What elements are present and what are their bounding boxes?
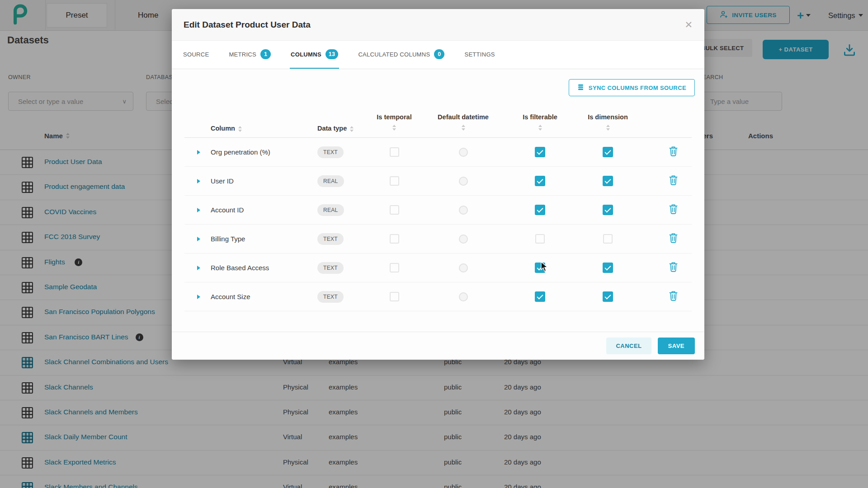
is-filterable-checkbox[interactable]: [535, 205, 545, 215]
is-dimension-checkbox[interactable]: [603, 205, 613, 215]
modal-tab[interactable]: SOURCE: [182, 41, 210, 69]
column-row: Role Based Access TEXT: [184, 253, 692, 282]
modal-header: Edit Dataset Product User Data ✕: [172, 9, 704, 41]
modal-tab[interactable]: COLUMNS 13: [290, 41, 339, 69]
column-row: Org penetration (%) TEXT: [184, 138, 692, 167]
is-filterable-checkbox[interactable]: [535, 263, 545, 273]
modal-title: Edit Dataset Product User Data: [184, 20, 311, 30]
default-datetime-radio[interactable]: [459, 177, 468, 186]
data-type-badge: REAL: [317, 175, 344, 187]
expand-caret-icon[interactable]: [197, 266, 200, 270]
data-type-badge: TEXT: [317, 233, 344, 245]
save-button[interactable]: SAVE: [658, 338, 695, 354]
header-default-datetime: Default datetime: [421, 110, 505, 137]
default-datetime-radio[interactable]: [459, 292, 468, 301]
delete-column-icon[interactable]: [669, 262, 678, 274]
default-datetime-radio[interactable]: [459, 263, 468, 272]
is-dimension-checkbox[interactable]: [603, 147, 613, 157]
sync-columns-button[interactable]: SYNC COLUMNS FROM SOURCE: [569, 79, 695, 96]
is-filterable-checkbox[interactable]: [535, 147, 545, 157]
is-filterable-checkbox[interactable]: [535, 291, 545, 302]
column-name: Account ID: [211, 206, 317, 214]
cancel-button[interactable]: CANCEL: [606, 338, 651, 354]
delete-column-icon[interactable]: [669, 233, 678, 245]
expand-caret-icon[interactable]: [197, 295, 200, 299]
delete-column-icon[interactable]: [669, 204, 678, 216]
header-is-filterable: Is filterable: [505, 110, 575, 137]
tab-badge: 1: [260, 49, 271, 59]
modal-tab[interactable]: SETTINGS: [463, 41, 495, 69]
column-name: Account Size: [211, 293, 317, 300]
data-type-badge: TEXT: [317, 262, 344, 274]
data-type-badge: REAL: [317, 204, 344, 216]
tab-label: CALCULATED COLUMNS: [358, 51, 430, 58]
tab-label: SETTINGS: [464, 51, 495, 58]
header-column: Column: [211, 110, 317, 137]
modal-footer: CANCEL SAVE: [172, 332, 704, 360]
is-temporal-checkbox[interactable]: [390, 176, 399, 186]
is-dimension-checkbox[interactable]: [603, 234, 613, 244]
column-name: Role Based Access: [211, 264, 317, 272]
sort-icon[interactable]: [392, 125, 396, 131]
default-datetime-radio[interactable]: [459, 148, 468, 157]
column-row: User ID REAL: [184, 167, 692, 196]
columns-table-body: Org penetration (%) TEXT User ID REAL: [184, 138, 692, 311]
tab-badge: 13: [326, 49, 339, 59]
tab-label: SOURCE: [183, 51, 209, 58]
sort-icon[interactable]: [350, 126, 354, 132]
is-temporal-checkbox[interactable]: [390, 292, 399, 301]
sort-icon[interactable]: [238, 126, 242, 132]
sort-icon[interactable]: [462, 125, 465, 131]
column-row: Billing Type TEXT: [184, 225, 692, 253]
tab-badge: 0: [434, 49, 444, 59]
delete-column-icon[interactable]: [669, 175, 678, 187]
is-filterable-checkbox[interactable]: [535, 234, 545, 244]
is-dimension-checkbox[interactable]: [603, 263, 613, 273]
delete-column-icon[interactable]: [669, 146, 678, 158]
header-is-temporal: Is temporal: [367, 110, 421, 137]
expand-caret-icon[interactable]: [197, 237, 200, 241]
modal-title-dataset-name: Product User Data: [236, 20, 311, 29]
default-datetime-radio[interactable]: [459, 206, 468, 215]
delete-column-icon[interactable]: [669, 291, 678, 303]
column-row: Account ID REAL: [184, 196, 692, 225]
header-data-type: Data type: [317, 110, 367, 137]
is-dimension-checkbox[interactable]: [603, 176, 613, 186]
columns-table-header: Column Data type Is temporal Default dat…: [184, 110, 692, 138]
expand-caret-icon[interactable]: [197, 179, 200, 183]
column-name: Org penetration (%): [211, 148, 317, 156]
is-temporal-checkbox[interactable]: [390, 263, 399, 272]
column-name: Billing Type: [211, 235, 317, 243]
tab-label: METRICS: [229, 51, 256, 58]
is-filterable-checkbox[interactable]: [535, 176, 545, 186]
is-temporal-checkbox[interactable]: [390, 234, 399, 244]
modal-tab[interactable]: CALCULATED COLUMNS 0: [357, 41, 445, 69]
close-icon[interactable]: ✕: [684, 20, 693, 29]
screen: Preset Home INVITE USERS +: [0, 0, 868, 488]
column-name: User ID: [211, 177, 317, 185]
data-type-badge: TEXT: [317, 146, 344, 158]
is-temporal-checkbox[interactable]: [390, 205, 399, 215]
modal-tabs: SOURCE METRICS 1 COLUMNS 13 CALCULATED C…: [172, 41, 704, 69]
column-row: Account Size TEXT: [184, 282, 692, 311]
columns-table: Column Data type Is temporal Default dat…: [184, 110, 692, 311]
edit-dataset-modal: Edit Dataset Product User Data ✕ SOURCE …: [172, 9, 704, 360]
header-is-dimension: Is dimension: [575, 110, 641, 137]
sort-icon[interactable]: [606, 125, 610, 131]
is-dimension-checkbox[interactable]: [603, 291, 613, 302]
data-type-badge: TEXT: [317, 291, 344, 303]
default-datetime-radio[interactable]: [459, 235, 468, 244]
expand-caret-icon[interactable]: [197, 208, 200, 212]
expand-caret-icon[interactable]: [197, 150, 200, 155]
tab-label: COLUMNS: [291, 51, 321, 58]
modal-tab[interactable]: METRICS 1: [228, 41, 272, 69]
sort-icon[interactable]: [538, 125, 542, 131]
is-temporal-checkbox[interactable]: [390, 147, 399, 157]
database-icon: [577, 84, 584, 92]
